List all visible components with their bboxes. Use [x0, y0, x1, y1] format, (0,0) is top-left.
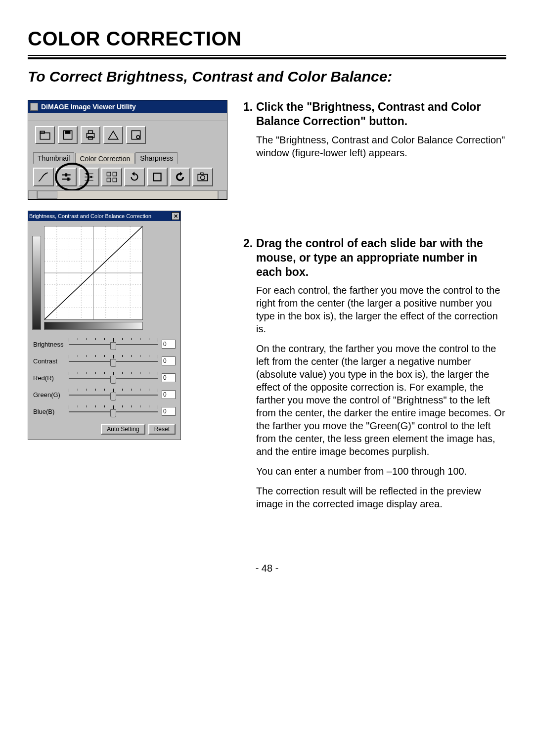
- svg-rect-25: [153, 173, 161, 180]
- step-1-title: Click the "Brightness, Contrast and Colo…: [256, 100, 506, 129]
- value-blue[interactable]: [162, 407, 176, 416]
- svg-rect-0: [40, 133, 50, 139]
- step-2-para-3: You can enter a number from –100 through…: [256, 465, 506, 478]
- slider-blue[interactable]: [69, 405, 158, 417]
- save-icon[interactable]: [58, 126, 78, 144]
- rule-thick: [28, 57, 506, 59]
- slider-row-contrast: Contrast: [33, 353, 176, 369]
- export-icon[interactable]: [103, 126, 123, 144]
- auto-setting-button[interactable]: Auto Setting: [101, 424, 145, 435]
- curves-icon[interactable]: [33, 168, 54, 186]
- slider-label: Brightness: [33, 341, 69, 348]
- gradient-vertical: [32, 236, 41, 330]
- svg-rect-1: [40, 131, 44, 133]
- svg-rect-13: [67, 178, 69, 181]
- print-icon[interactable]: [81, 126, 100, 144]
- slider-label: Green(G): [33, 391, 69, 399]
- slider-thumb[interactable]: [110, 342, 116, 350]
- main-toolbar: [28, 121, 227, 149]
- correction-toolbar: [28, 164, 227, 190]
- variations-icon[interactable]: [101, 168, 122, 186]
- slider-label: Blue(B): [33, 408, 69, 415]
- slider-red[interactable]: [69, 372, 158, 384]
- svg-rect-4: [87, 133, 94, 138]
- value-contrast[interactable]: [162, 356, 176, 365]
- step-2-title: Drag the control of each slide bar with …: [256, 236, 506, 279]
- app-titlebar: DiMAGE Image Viewer Utility: [28, 100, 227, 113]
- dialog-title: Brightness, Contrast and Color Balance C…: [29, 213, 172, 219]
- value-green[interactable]: [162, 390, 176, 399]
- svg-rect-29: [201, 173, 203, 174]
- step-2: 2. Drag the control of each slide bar wi…: [243, 236, 506, 510]
- slider-row-red: Red(R): [33, 369, 176, 386]
- tab-thumbnail[interactable]: Thumbnail: [33, 152, 74, 164]
- slider-thumb[interactable]: [110, 376, 116, 384]
- slider-row-green: Green(G): [33, 386, 176, 403]
- svg-rect-5: [89, 131, 93, 133]
- step-2-number: 2.: [243, 236, 256, 279]
- value-red[interactable]: [162, 373, 176, 382]
- svg-rect-3: [65, 131, 71, 134]
- slider-group: Brightness Contrast Red(: [28, 334, 180, 424]
- svg-marker-24: [132, 172, 134, 176]
- slider-green[interactable]: [69, 389, 158, 400]
- tab-sharpness[interactable]: Sharpness: [135, 152, 178, 164]
- svg-point-9: [136, 135, 140, 139]
- scroll-right-icon[interactable]: [218, 190, 227, 199]
- page-heading: COLOR CORRECTION: [28, 28, 506, 50]
- reset-button[interactable]: Reset: [148, 424, 176, 435]
- step-2-para-1: For each control, the farther you move t…: [256, 284, 506, 335]
- svg-marker-7: [108, 131, 118, 139]
- crop-icon[interactable]: [147, 168, 168, 186]
- scroll-track[interactable]: [37, 190, 218, 199]
- slider-row-blue: Blue(B): [33, 403, 176, 420]
- step-2-para-2: On the contrary, the farther you move th…: [256, 342, 506, 458]
- camera-icon[interactable]: [192, 168, 213, 186]
- scroll-left-icon[interactable]: [28, 190, 37, 199]
- app-icon: [30, 103, 38, 111]
- svg-marker-26: [180, 172, 182, 176]
- slider-label: Contrast: [33, 357, 69, 365]
- dialog-titlebar: Brightness, Contrast and Color Balance C…: [28, 211, 180, 221]
- slider-label: Red(R): [33, 374, 69, 382]
- rotate-left-icon[interactable]: [124, 168, 145, 186]
- slider-contrast[interactable]: [69, 355, 158, 367]
- step-1-para-1: The "Brightness, Contrast and Color Bala…: [256, 133, 506, 159]
- step-1: 1. Click the "Brightness, Contrast and C…: [243, 100, 506, 219]
- tab-strip: Thumbnail Color Correction Sharpness: [28, 149, 227, 164]
- menu-strip: [28, 113, 227, 121]
- svg-rect-21: [113, 172, 117, 176]
- tab-color-correction[interactable]: Color Correction: [75, 153, 134, 164]
- slider-brightness[interactable]: [69, 338, 158, 350]
- step-2-para-4: The correction result will be reflected …: [256, 485, 506, 510]
- h-scrollbar[interactable]: [28, 190, 227, 199]
- bcc-icon[interactable]: [56, 168, 77, 186]
- rule-thin: [28, 55, 506, 56]
- slider-thumb[interactable]: [110, 409, 116, 417]
- undo-icon[interactable]: [170, 168, 190, 186]
- slider-thumb[interactable]: [110, 359, 116, 367]
- svg-rect-22: [107, 178, 111, 182]
- svg-point-19: [87, 179, 89, 181]
- svg-point-17: [86, 173, 88, 175]
- close-icon[interactable]: ✕: [172, 212, 179, 220]
- slider-row-brightness: Brightness: [33, 336, 176, 353]
- page-number: - 48 -: [28, 563, 506, 574]
- step-1-number: 1.: [243, 100, 256, 129]
- svg-point-18: [90, 176, 92, 178]
- app-title: DiMAGE Image Viewer Utility: [41, 103, 136, 111]
- svg-point-28: [201, 176, 205, 180]
- slider-thumb[interactable]: [110, 393, 116, 400]
- svg-rect-12: [65, 173, 67, 177]
- levels-icon[interactable]: [79, 168, 99, 186]
- window-icon[interactable]: [126, 126, 146, 144]
- scroll-thumb[interactable]: [38, 191, 57, 199]
- section-subtitle: To Correct Brightness, Contrast and Colo…: [28, 68, 506, 85]
- gradient-horizontal: [44, 322, 143, 330]
- value-brightness[interactable]: [162, 340, 176, 349]
- curve-graph[interactable]: [44, 226, 143, 320]
- figure-bcc-dialog: Brightness, Contrast and Color Balance C…: [28, 211, 181, 440]
- open-folder-icon[interactable]: [35, 126, 55, 144]
- svg-rect-23: [113, 178, 117, 182]
- figure-app-window: DiMAGE Image Viewer Utility Thumbnail Co…: [28, 100, 227, 200]
